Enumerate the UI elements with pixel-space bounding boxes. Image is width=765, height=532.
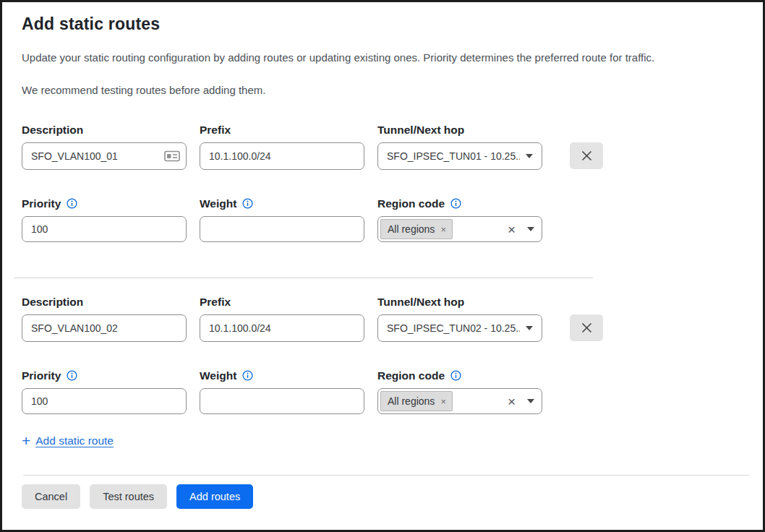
chevron-down-icon (526, 154, 533, 158)
info-icon[interactable] (450, 198, 461, 209)
remove-route-button[interactable] (570, 314, 603, 341)
test-routes-button[interactable]: Test routes (90, 484, 167, 509)
info-icon[interactable] (67, 370, 77, 381)
description-input[interactable] (22, 314, 187, 342)
weight-field-group: Weight (200, 368, 364, 414)
close-icon (581, 322, 592, 333)
info-icon[interactable] (242, 370, 253, 381)
prefix-field-group: Prefix (200, 294, 364, 342)
prefix-field-group: Prefix (200, 122, 364, 170)
region-chip[interactable]: All regions × (380, 219, 453, 239)
weight-input[interactable] (200, 388, 364, 414)
weight-label: Weight (200, 369, 236, 382)
add-routes-button[interactable]: Add routes (176, 484, 253, 509)
prefix-input[interactable] (200, 314, 364, 342)
region-select[interactable]: All regions × × (377, 216, 542, 242)
chevron-down-icon (526, 326, 533, 330)
description-field-group: Description (22, 122, 187, 170)
page-title: Add static routes (22, 14, 758, 34)
tunnel-select[interactable]: SFO_IPSEC_TUN01 - 10.25... (377, 142, 542, 170)
weight-field-group: Weight (200, 196, 364, 242)
add-static-route-link[interactable]: + Add static route (22, 433, 114, 448)
chip-remove-icon[interactable]: × (440, 397, 446, 406)
priority-field-group: Priority (22, 196, 187, 242)
region-field-group: Region code All regions × × (377, 196, 542, 242)
clear-icon[interactable]: × (508, 223, 516, 236)
prefix-input[interactable] (200, 142, 364, 170)
weight-input[interactable] (200, 216, 364, 242)
recommendation-text: We recommend testing routes before addin… (22, 84, 758, 96)
priority-input[interactable] (22, 388, 187, 414)
route-section-2: Description Prefix Tunnel/Next hop SFO_I… (22, 294, 758, 414)
priority-field-group: Priority (22, 368, 187, 414)
info-icon[interactable] (242, 198, 253, 209)
description-input[interactable] (22, 142, 187, 170)
clear-icon[interactable]: × (508, 395, 516, 408)
add-static-route-label: Add static route (35, 434, 114, 447)
chip-remove-icon[interactable]: × (440, 225, 446, 234)
remove-route-button[interactable] (570, 142, 603, 169)
autofill-card-icon[interactable] (164, 150, 180, 162)
close-icon (581, 150, 592, 161)
priority-label: Priority (22, 197, 61, 210)
prefix-label: Prefix (200, 122, 364, 137)
weight-label: Weight (200, 197, 236, 210)
chevron-down-icon (527, 399, 534, 403)
tunnel-selected-value: SFO_IPSEC_TUN02 - 10.25... (387, 322, 520, 334)
info-icon[interactable] (67, 198, 77, 209)
tunnel-field-group: Tunnel/Next hop SFO_IPSEC_TUN02 - 10.25.… (377, 294, 542, 342)
tunnel-selected-value: SFO_IPSEC_TUN01 - 10.25... (387, 150, 520, 162)
plus-icon: + (22, 433, 30, 448)
cancel-button[interactable]: Cancel (22, 484, 80, 509)
region-field-group: Region code All regions × × (377, 368, 542, 414)
tunnel-label: Tunnel/Next hop (377, 122, 542, 137)
region-label: Region code (377, 369, 445, 382)
tunnel-select[interactable]: SFO_IPSEC_TUN02 - 10.25... (377, 314, 542, 342)
description-label: Description (22, 294, 187, 309)
tunnel-field-group: Tunnel/Next hop SFO_IPSEC_TUN01 - 10.25.… (377, 122, 542, 170)
footer-divider (23, 475, 749, 476)
region-label: Region code (377, 197, 445, 210)
add-static-routes-dialog: Add static routes Update your static rou… (0, 0, 765, 532)
route-section-1: Description Prefix Tunnel/Next hop (22, 122, 758, 242)
section-divider (14, 278, 593, 278)
region-chip[interactable]: All regions × (380, 391, 453, 411)
region-chip-label: All regions (388, 223, 435, 235)
prefix-label: Prefix (200, 294, 364, 309)
priority-label: Priority (22, 369, 61, 382)
footer-actions: Cancel Test routes Add routes (22, 484, 758, 509)
region-select[interactable]: All regions × × (377, 388, 542, 414)
intro-text: Update your static routing configuration… (22, 51, 758, 64)
region-chip-label: All regions (388, 395, 435, 407)
info-icon[interactable] (450, 370, 461, 381)
priority-input[interactable] (22, 216, 187, 242)
tunnel-label: Tunnel/Next hop (377, 294, 542, 309)
description-label: Description (22, 122, 187, 137)
chevron-down-icon (527, 227, 534, 231)
description-field-group: Description (22, 294, 187, 342)
